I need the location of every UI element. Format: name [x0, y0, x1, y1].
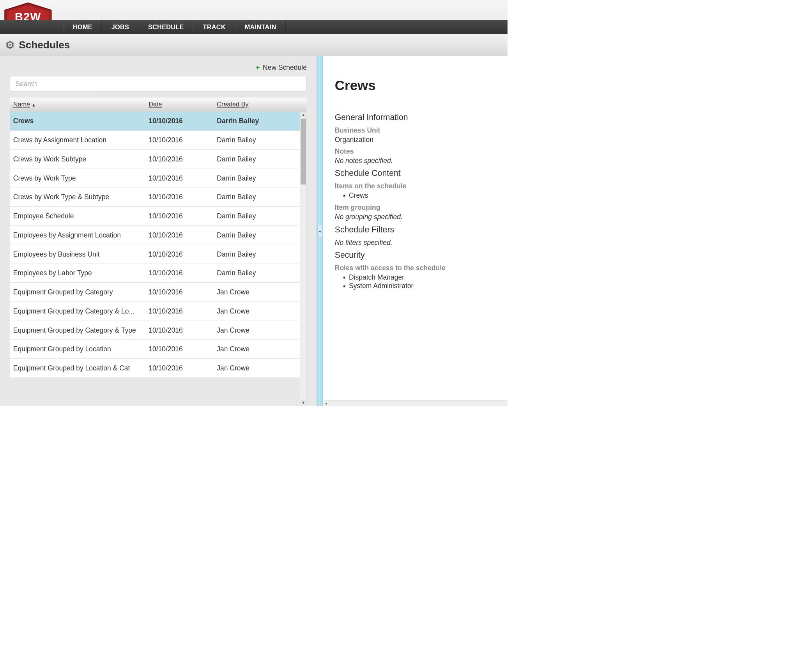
row-created-by: Jan Crowe	[217, 326, 300, 334]
row-date: 10/10/2016	[149, 345, 217, 353]
row-created-by: Jan Crowe	[217, 288, 300, 296]
table-row[interactable]: Crews by Work Subtype10/10/2016Darrin Ba…	[10, 150, 300, 169]
row-name: Equipment Grouped by Category & Lo...	[10, 307, 149, 315]
items-label: Items on the schedule	[335, 182, 496, 190]
row-name: Crews by Assignment Location	[10, 136, 149, 144]
section-security-heading: Security	[335, 250, 496, 260]
row-date: 10/10/2016	[149, 269, 217, 277]
table-row[interactable]: Equipment Grouped by Category10/10/2016J…	[10, 283, 300, 302]
table-header: Name▲ Date Created By	[10, 97, 307, 112]
row-created-by: Darrin Bailey	[217, 212, 300, 220]
row-name: Crews by Work Subtype	[10, 155, 149, 163]
row-created-by: Darrin Bailey	[217, 269, 300, 277]
list-item: Crews	[349, 191, 496, 199]
section-content-heading: Schedule Content	[335, 168, 496, 178]
table-body: Crews10/10/2016Darrin BaileyCrews by Ass…	[10, 112, 300, 406]
table-row[interactable]: Crews by Assignment Location10/10/2016Da…	[10, 131, 300, 150]
column-header-created-by[interactable]: Created By	[217, 101, 307, 108]
divider	[335, 105, 496, 105]
business-unit-label: Business Unit	[335, 126, 496, 134]
search-input[interactable]	[10, 76, 307, 92]
row-date: 10/10/2016	[149, 326, 217, 334]
detail-panel: Crews General Information Business Unit …	[323, 56, 508, 406]
row-date: 10/10/2016	[149, 250, 217, 258]
column-header-date[interactable]: Date	[149, 101, 217, 108]
row-name: Crews by Work Type	[10, 174, 149, 182]
list-item: Dispatch Manager	[349, 273, 496, 281]
new-schedule-label: New Schedule	[263, 64, 307, 71]
splitter-handle-icon[interactable]: ◂	[318, 225, 322, 238]
table-row[interactable]: Equipment Grouped by Location & Cat10/10…	[10, 359, 300, 378]
main-nav: HOME JOBS SCHEDULE TRACK MAINTAIN	[0, 20, 508, 34]
table-row[interactable]: Employee Schedule10/10/2016Darrin Bailey	[10, 207, 300, 226]
row-name: Equipment Grouped by Location	[10, 345, 149, 353]
row-date: 10/10/2016	[149, 174, 217, 182]
items-list: Crews	[335, 191, 496, 199]
row-date: 10/10/2016	[149, 136, 217, 144]
row-created-by: Darrin Bailey	[217, 193, 300, 201]
scroll-down-icon[interactable]: ▼	[300, 400, 306, 406]
sort-asc-icon: ▲	[32, 103, 36, 108]
row-created-by: Darrin Bailey	[217, 117, 300, 125]
new-schedule-button[interactable]: + New Schedule	[0, 58, 317, 76]
row-name: Equipment Grouped by Category & Type	[10, 326, 149, 334]
scroll-left-icon[interactable]: ◂	[323, 401, 329, 406]
filters-value: No filters specified.	[335, 239, 496, 246]
table-row[interactable]: Crews10/10/2016Darrin Bailey	[10, 112, 300, 131]
row-name: Employee Schedule	[10, 212, 149, 220]
row-created-by: Darrin Bailey	[217, 155, 300, 163]
row-name: Employees by Labor Type	[10, 269, 149, 277]
table-row[interactable]: Employees by Assignment Location10/10/20…	[10, 226, 300, 245]
row-date: 10/10/2016	[149, 307, 217, 315]
nav-maintain[interactable]: MAINTAIN	[235, 20, 285, 34]
detail-title: Crews	[335, 78, 496, 94]
table-row[interactable]: Equipment Grouped by Category & Lo...10/…	[10, 302, 300, 321]
vertical-scrollbar[interactable]: ▲ ▼	[300, 112, 307, 406]
scrollbar-thumb[interactable]	[301, 119, 306, 184]
row-name: Crews	[10, 117, 149, 125]
row-created-by: Jan Crowe	[217, 345, 300, 353]
nav-track[interactable]: TRACK	[193, 20, 235, 34]
row-created-by: Jan Crowe	[217, 307, 300, 315]
row-created-by: Darrin Bailey	[217, 174, 300, 182]
row-name: Employees by Business Unit	[10, 250, 149, 258]
row-name: Equipment Grouped by Category	[10, 288, 149, 296]
table-row[interactable]: Employees by Labor Type10/10/2016Darrin …	[10, 264, 300, 283]
schedule-list-panel: + New Schedule Name▲ Date Created By Cre…	[0, 56, 317, 406]
row-date: 10/10/2016	[149, 193, 217, 201]
column-header-name[interactable]: Name▲	[10, 101, 149, 108]
nav-home[interactable]: HOME	[64, 20, 102, 34]
notes-label: Notes	[335, 147, 496, 155]
section-filters-heading: Schedule Filters	[335, 225, 496, 234]
row-created-by: Darrin Bailey	[217, 250, 300, 258]
nav-jobs[interactable]: JOBS	[102, 20, 138, 34]
table-row[interactable]: Crews by Work Type10/10/2016Darrin Baile…	[10, 169, 300, 188]
app-header: B2W HOME JOBS SCHEDULE TRACK MAINTAIN	[0, 0, 508, 34]
row-date: 10/10/2016	[149, 155, 217, 163]
table-row[interactable]: Employees by Business Unit10/10/2016Darr…	[10, 245, 300, 264]
gear-icon: ⚙	[5, 39, 14, 51]
splitter[interactable]: ◂	[317, 56, 323, 406]
table-row[interactable]: Equipment Grouped by Location10/10/2016J…	[10, 340, 300, 359]
table-row[interactable]: Equipment Grouped by Category & Type10/1…	[10, 321, 300, 340]
horizontal-scrollbar[interactable]: ◂	[323, 400, 508, 406]
section-general-heading: General Information	[335, 113, 496, 122]
row-name: Equipment Grouped by Location & Cat	[10, 364, 149, 372]
nav-schedule[interactable]: SCHEDULE	[139, 20, 194, 34]
row-date: 10/10/2016	[149, 288, 217, 296]
row-created-by: Darrin Bailey	[217, 231, 300, 239]
table-row[interactable]: Crews by Work Type & Subtype10/10/2016Da…	[10, 188, 300, 207]
row-name: Employees by Assignment Location	[10, 231, 149, 239]
row-created-by: Jan Crowe	[217, 364, 300, 372]
business-unit-value: Organization	[335, 136, 496, 143]
scroll-up-icon[interactable]: ▲	[300, 112, 306, 118]
roles-list: Dispatch ManagerSystem Administrator	[335, 273, 496, 290]
subheader: ⚙ Schedules	[0, 34, 508, 56]
row-name: Crews by Work Type & Subtype	[10, 193, 149, 201]
row-date: 10/10/2016	[149, 117, 217, 125]
notes-value: No notes specified.	[335, 157, 496, 165]
row-date: 10/10/2016	[149, 231, 217, 239]
list-item: System Administrator	[349, 282, 496, 290]
plus-icon: +	[256, 64, 260, 72]
row-date: 10/10/2016	[149, 364, 217, 372]
